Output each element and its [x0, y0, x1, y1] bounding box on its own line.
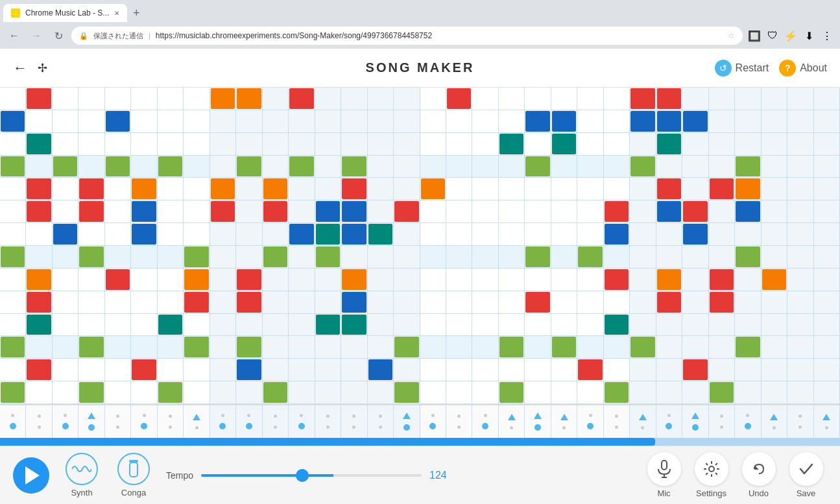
grid-cell-13-17[interactable] — [446, 381, 472, 403]
grid-cell-5-1[interactable] — [26, 200, 52, 222]
grid-cell-4-10[interactable] — [263, 178, 289, 200]
grid-cell-4-24[interactable] — [630, 178, 656, 200]
grid-cell-0-18[interactable] — [472, 88, 498, 110]
grid-cell-8-13[interactable] — [341, 269, 367, 291]
grid-cell-4-30[interactable] — [787, 178, 813, 200]
grid-cell-5-7[interactable] — [184, 200, 210, 222]
grid-cell-13-5[interactable] — [131, 381, 157, 403]
perc-cell-18[interactable] — [472, 405, 498, 438]
grid-cell-1-6[interactable] — [158, 110, 184, 132]
grid-cell-3-21[interactable] — [551, 156, 577, 178]
grid-cell-5-17[interactable] — [446, 200, 472, 222]
grid-cell-4-0[interactable] — [0, 178, 26, 200]
grid-cell-6-22[interactable] — [577, 223, 603, 245]
grid-cell-6-14[interactable] — [368, 223, 394, 245]
grid-cell-7-29[interactable] — [762, 246, 787, 268]
grid-cell-6-10[interactable] — [263, 223, 289, 245]
perc-cell-5[interactable] — [131, 405, 157, 438]
grid-cell-5-30[interactable] — [787, 200, 813, 222]
grid-cell-13-10[interactable] — [263, 381, 289, 403]
grid-cell-4-27[interactable] — [709, 178, 735, 200]
grid-cell-3-12[interactable] — [315, 156, 341, 178]
grid-cell-10-19[interactable] — [499, 314, 525, 336]
grid-cell-5-16[interactable] — [420, 200, 446, 222]
grid-cell-13-18[interactable] — [472, 381, 498, 403]
grid-cell-9-31[interactable] — [814, 291, 840, 313]
grid-cell-12-29[interactable] — [762, 359, 787, 381]
grid-cell-12-13[interactable] — [341, 359, 367, 381]
grid-cell-10-1[interactable] — [26, 314, 52, 336]
grid-cell-7-19[interactable] — [499, 246, 525, 268]
grid-cell-6-19[interactable] — [499, 223, 525, 245]
grid-cell-0-23[interactable] — [604, 88, 630, 110]
grid-cell-12-5[interactable] — [131, 359, 157, 381]
grid-cell-2-4[interactable] — [105, 133, 131, 155]
grid-cell-10-8[interactable] — [210, 314, 236, 336]
grid-cell-9-19[interactable] — [499, 291, 525, 313]
grid-cell-2-8[interactable] — [210, 133, 236, 155]
grid-row-3[interactable] — [0, 156, 840, 178]
tab-close-button[interactable]: ✕ — [114, 10, 119, 17]
grid-cell-10-30[interactable] — [787, 314, 813, 336]
grid-cell-10-7[interactable] — [184, 314, 210, 336]
grid-row-1[interactable] — [0, 110, 840, 133]
grid-cell-6-3[interactable] — [78, 223, 104, 245]
grid-cell-1-28[interactable] — [735, 110, 761, 132]
grid-cell-10-24[interactable] — [630, 314, 656, 336]
grid-cell-7-1[interactable] — [26, 246, 52, 268]
grid-cell-10-25[interactable] — [656, 314, 682, 336]
tempo-slider[interactable] — [201, 474, 422, 477]
grid-cell-1-24[interactable] — [630, 110, 656, 132]
grid-cell-6-9[interactable] — [236, 223, 262, 245]
perc-cell-30[interactable] — [787, 405, 813, 438]
grid-cell-11-25[interactable] — [656, 336, 682, 358]
grid-cell-13-16[interactable] — [420, 381, 446, 403]
grid-cell-9-28[interactable] — [735, 291, 761, 313]
grid-cell-3-10[interactable] — [263, 156, 289, 178]
grid-row-8[interactable] — [0, 269, 840, 291]
grid-cell-1-13[interactable] — [341, 110, 367, 132]
grid-cell-8-20[interactable] — [525, 269, 551, 291]
grid-cell-1-0[interactable] — [0, 110, 26, 132]
grid-cell-8-22[interactable] — [577, 269, 603, 291]
grid-cell-5-6[interactable] — [158, 200, 184, 222]
grid-cell-11-0[interactable] — [0, 336, 26, 358]
grid-cell-2-14[interactable] — [368, 133, 394, 155]
grid-cell-0-16[interactable] — [420, 88, 446, 110]
perc-cell-14[interactable] — [368, 405, 394, 438]
grid-cell-6-12[interactable] — [315, 223, 341, 245]
grid-cell-4-7[interactable] — [184, 178, 210, 200]
grid-cell-8-3[interactable] — [78, 269, 104, 291]
grid-cell-1-4[interactable] — [105, 110, 131, 132]
grid-cell-4-2[interactable] — [53, 178, 78, 200]
grid-cell-7-16[interactable] — [420, 246, 446, 268]
grid-cell-7-25[interactable] — [656, 246, 682, 268]
grid-cell-9-18[interactable] — [472, 291, 498, 313]
grid-cell-11-16[interactable] — [420, 336, 446, 358]
grid-cell-0-26[interactable] — [682, 88, 708, 110]
perc-cell-1[interactable] — [26, 405, 52, 438]
grid-cell-8-9[interactable] — [236, 269, 262, 291]
grid-cell-11-13[interactable] — [341, 336, 367, 358]
grid-cell-12-20[interactable] — [525, 359, 551, 381]
grid-cell-9-22[interactable] — [577, 291, 603, 313]
grid-cell-12-2[interactable] — [53, 359, 78, 381]
grid-cell-1-12[interactable] — [315, 110, 341, 132]
grid-cell-12-6[interactable] — [158, 359, 184, 381]
restart-button[interactable]: ↺ Restart — [715, 60, 769, 77]
grid-cell-0-4[interactable] — [105, 88, 131, 110]
grid-cell-8-30[interactable] — [787, 269, 813, 291]
grid-cell-4-25[interactable] — [656, 178, 682, 200]
grid-cell-5-31[interactable] — [814, 200, 840, 222]
grid-cell-13-20[interactable] — [525, 381, 551, 403]
grid-cell-7-15[interactable] — [394, 246, 420, 268]
grid-cell-5-19[interactable] — [499, 200, 525, 222]
grid-cell-5-11[interactable] — [289, 200, 315, 222]
grid-cell-0-21[interactable] — [551, 88, 577, 110]
grid-cell-7-27[interactable] — [709, 246, 735, 268]
grid-cell-0-19[interactable] — [499, 88, 525, 110]
grid-cell-9-29[interactable] — [762, 291, 787, 313]
grid-cell-9-27[interactable] — [709, 291, 735, 313]
grid-cell-5-22[interactable] — [577, 200, 603, 222]
grid-cell-5-29[interactable] — [762, 200, 787, 222]
